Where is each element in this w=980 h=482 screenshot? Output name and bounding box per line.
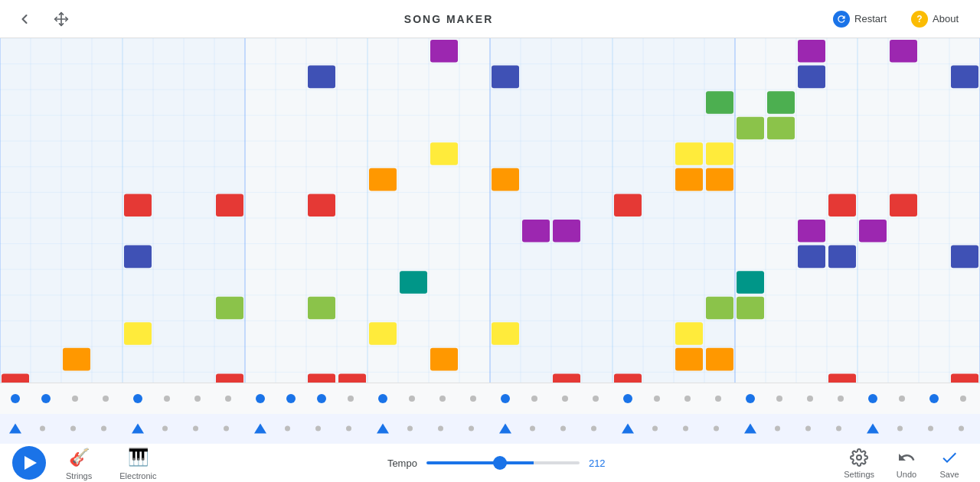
save-icon [939,447,960,468]
tempo-slider[interactable] [426,461,580,464]
electronic-button[interactable]: 🎹 Electronic [112,442,164,482]
settings-label: Settings [844,470,874,479]
save-label: Save [939,470,959,479]
controls-row: 🎸 Strings 🎹 Electronic Tempo 212 Setting… [0,444,980,482]
svg-point-2 [857,455,861,460]
restart-icon [833,11,850,28]
settings-icon [848,447,870,468]
about-icon: ? [911,11,928,28]
grid-canvas[interactable] [0,38,980,383]
about-label: About [933,13,959,24]
tempo-label: Tempo [387,458,417,469]
app-title: SONG MAKER [74,13,824,25]
header: SONG MAKER Restart ? About [0,0,980,38]
header-right: Restart ? About [824,6,968,32]
restart-button[interactable]: Restart [824,6,896,32]
settings-button[interactable]: Settings [836,444,882,482]
rhythm-row[interactable] [0,383,980,414]
undo-icon [896,447,917,468]
about-button[interactable]: ? About [902,6,968,32]
undo-label: Undo [897,470,916,479]
strings-label: Strings [66,471,92,480]
right-controls: Settings Undo Save [836,444,968,482]
header-left [12,7,74,31]
tempo-value: 212 [589,458,613,469]
play-button[interactable] [12,446,46,480]
tempo-section: Tempo 212 [177,458,825,469]
electronic-icon: 🎹 [126,445,150,470]
play-icon [24,456,37,470]
electronic-label: Electronic [119,471,156,480]
strings-icon: 🎸 [67,445,91,470]
restart-label: Restart [854,13,887,24]
song-grid[interactable] [0,38,980,383]
bass-row[interactable] [0,414,980,445]
move-button[interactable] [49,7,74,31]
strings-button[interactable]: 🎸 Strings [58,442,100,482]
bottom-bar: 🎸 Strings 🎹 Electronic Tempo 212 Setting… [0,383,980,482]
back-button[interactable] [12,7,37,31]
save-button[interactable]: Save [931,444,968,482]
undo-button[interactable]: Undo [888,444,925,482]
